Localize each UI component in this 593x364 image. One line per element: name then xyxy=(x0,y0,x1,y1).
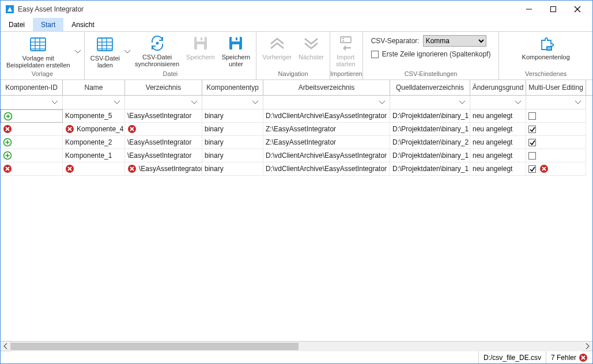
cell-dir[interactable]: \EasyAssetIntegrator xyxy=(125,136,202,149)
col-header-reason[interactable]: Änderungsgrund xyxy=(470,80,526,95)
cell-status[interactable] xyxy=(1,162,63,176)
save-button[interactable]: Speichern xyxy=(183,33,218,70)
cell-status[interactable] xyxy=(1,123,63,136)
cell-reason[interactable]: neu angelegt xyxy=(470,123,526,136)
cell-multi[interactable] xyxy=(526,162,586,176)
scroll-left-button[interactable] xyxy=(1,342,10,351)
cell-type[interactable]: binary xyxy=(202,149,263,162)
cell-src[interactable]: D:\Projektdaten\binary_1 xyxy=(390,149,470,162)
menu-start[interactable]: Start xyxy=(33,18,63,31)
puzzle-icon xyxy=(537,34,555,52)
close-button[interactable] xyxy=(571,2,584,16)
col-header-dir[interactable]: Verzeichnis xyxy=(125,80,202,95)
filter-id[interactable] xyxy=(1,96,63,109)
filter-type[interactable] xyxy=(202,96,263,109)
save-as-button[interactable]: Speichern unter xyxy=(218,33,254,70)
cell-dir[interactable]: \EasyAssetIntegrator xyxy=(125,109,202,123)
template-dropdown[interactable] xyxy=(74,35,82,69)
window-title: Easy Asset Integrator xyxy=(18,5,522,13)
table-row[interactable]: Komponente_1\EasyAssetIntegratorbinaryD:… xyxy=(1,149,592,162)
cell-reason[interactable]: neu angelegt xyxy=(470,109,526,123)
cell-status[interactable] xyxy=(1,136,63,149)
titlebar: Easy Asset Integrator xyxy=(1,1,592,18)
cell-src[interactable]: D:\Projektdaten\binary_1 xyxy=(390,162,470,176)
col-header-src[interactable]: Quelldatenverzeichnis xyxy=(390,80,470,95)
csv-load-button[interactable]: CSV-Datei laden xyxy=(87,34,123,70)
checkbox-icon xyxy=(528,112,536,120)
chevron-down-icon xyxy=(51,98,59,107)
cell-status[interactable] xyxy=(1,149,63,162)
cell-dir[interactable]: \EasyAssetIntegrator xyxy=(125,149,202,162)
cell-name[interactable]: Komponente_4 xyxy=(63,123,125,136)
menu-ansicht[interactable]: Ansicht xyxy=(63,18,102,31)
horizontal-scrollbar[interactable] xyxy=(1,341,592,351)
filter-work[interactable] xyxy=(263,96,390,109)
cell-work[interactable]: D:\vdClientArchive\EasyAssetIntegrator xyxy=(263,162,390,176)
cell-src[interactable]: D:\Projektdaten\binary_1 xyxy=(390,109,470,123)
prev-button[interactable]: Vorheriger xyxy=(259,33,295,70)
next-icon xyxy=(302,34,320,52)
checkbox-icon xyxy=(528,139,536,146)
cell-work[interactable]: Z:\EasyAssetIntegrator xyxy=(263,123,390,136)
cell-multi[interactable] xyxy=(526,136,586,149)
cell-dir[interactable] xyxy=(125,123,202,136)
filter-dir[interactable] xyxy=(125,96,202,109)
filter-multi[interactable] xyxy=(526,96,586,109)
cell-multi[interactable] xyxy=(526,109,586,123)
col-header-type[interactable]: Komponententyp xyxy=(202,80,263,95)
svg-rect-31 xyxy=(551,7,556,12)
csv-load-dropdown[interactable] xyxy=(123,35,131,69)
cell-type[interactable]: binary xyxy=(202,109,263,123)
scroll-right-button[interactable] xyxy=(583,342,592,351)
table-row[interactable]: Komponente_4binaryZ:\EasyAssetIntegrator… xyxy=(1,123,592,136)
col-header-id[interactable]: Komponenten-ID xyxy=(1,80,63,95)
component-log-button[interactable]: Komponentenlog xyxy=(519,33,573,70)
cell-reason[interactable]: neu angelegt xyxy=(470,162,526,176)
status-errors[interactable]: 7 Fehler xyxy=(546,351,592,363)
col-header-name[interactable]: Name xyxy=(63,80,125,95)
template-create-button[interactable]: Vorlage mit Beispieldaten erstellen xyxy=(3,34,74,70)
cell-dir[interactable]: \EasyAssetIntegrator xyxy=(125,162,202,176)
filter-reason[interactable] xyxy=(470,96,526,109)
table-row[interactable]: \EasyAssetIntegratorbinaryD:\vdClientArc… xyxy=(1,162,592,176)
cell-src[interactable]: D:\Projektdaten\binary_2 xyxy=(390,136,470,149)
cell-type[interactable]: binary xyxy=(202,136,263,149)
cell-type[interactable]: binary xyxy=(202,162,263,176)
scroll-thumb[interactable] xyxy=(10,343,299,350)
scroll-track[interactable] xyxy=(10,342,583,351)
app-window: Easy Asset Integrator Datei Start Ansich… xyxy=(0,0,593,364)
col-header-multi[interactable]: Multi-User Editing xyxy=(526,80,586,95)
csv-separator-select[interactable]: Komma xyxy=(423,35,486,47)
chevron-down-icon xyxy=(458,98,466,107)
cell-src[interactable]: D:\Projektdaten\binary_1 xyxy=(390,123,470,136)
cell-work[interactable]: Z:\EasyAssetIntegrator xyxy=(263,136,390,149)
cell-name[interactable]: Komponente_2 xyxy=(63,136,125,149)
next-button[interactable]: Nächster xyxy=(295,33,327,70)
table-row[interactable]: Komponente_5\EasyAssetIntegratorbinaryD:… xyxy=(1,109,592,123)
save-icon xyxy=(191,34,210,52)
table-row[interactable]: Komponente_2\EasyAssetIntegratorbinaryZ:… xyxy=(1,136,592,149)
col-header-work[interactable]: Arbeitsverzeichnis xyxy=(263,80,390,95)
cell-name[interactable] xyxy=(63,162,125,176)
ribbon-group-csv-settings: CSV-Separator: Komma Erste Zeile ignorie… xyxy=(363,32,500,79)
cell-status[interactable] xyxy=(1,109,63,123)
cell-name[interactable]: Komponente_5 xyxy=(63,109,125,123)
cell-multi[interactable] xyxy=(526,123,586,136)
filter-src[interactable] xyxy=(390,96,470,109)
menu-datei[interactable]: Datei xyxy=(1,18,33,31)
checkbox-icon xyxy=(528,165,536,173)
cell-reason[interactable]: neu angelegt xyxy=(470,149,526,162)
cell-name[interactable]: Komponente_1 xyxy=(63,149,125,162)
filter-name[interactable] xyxy=(63,96,125,109)
cell-multi[interactable] xyxy=(526,149,586,162)
minimize-button[interactable] xyxy=(522,2,536,16)
cell-work[interactable]: D:\vdClientArchive\EasyAssetIntegrator xyxy=(263,109,390,123)
cell-work[interactable]: D:\vdClientArchive\EasyAssetIntegrator xyxy=(263,149,390,162)
cell-type[interactable]: binary xyxy=(202,123,263,136)
import-start-button[interactable]: Import starten xyxy=(333,33,359,70)
maximize-button[interactable] xyxy=(546,2,560,16)
cell-reason[interactable]: neu angelegt xyxy=(470,136,526,149)
ribbon-group-misc: Komponentenlog Verschiedenes xyxy=(499,32,592,79)
skip-first-row-checkbox[interactable]: Erste Zeile ignorieren (Spaltenkopf) xyxy=(371,50,491,58)
csv-sync-button[interactable]: CSV-Datei synchronisieren xyxy=(131,33,183,70)
